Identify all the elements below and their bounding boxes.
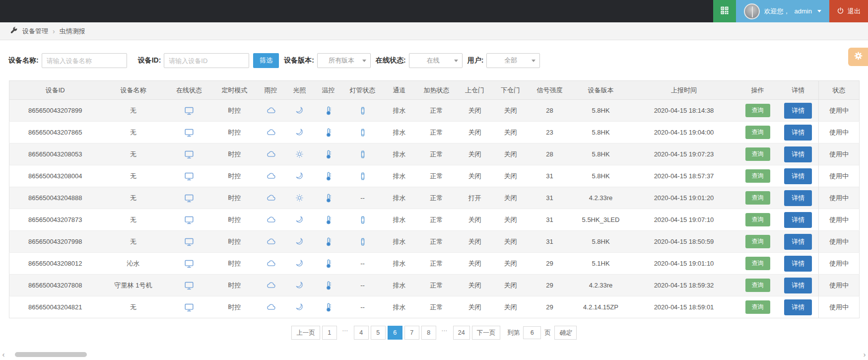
table-body: 865650043207899无时控排水正常关闭关闭285.8HK2020-04…: [9, 100, 860, 318]
detail-button[interactable]: 详情: [784, 212, 812, 228]
scrollbar-thumb[interactable]: [15, 352, 87, 357]
cell-heating-status: 正常: [416, 231, 457, 253]
col-upper-door: 上仓门: [457, 81, 493, 100]
detail-button[interactable]: 详情: [784, 103, 812, 119]
cell-device-name: 无: [101, 100, 166, 122]
query-button[interactable]: 查询: [745, 104, 770, 117]
cell-status: 使用中: [819, 275, 860, 296]
query-button[interactable]: 查询: [745, 191, 770, 205]
col-heating-status: 加热状态: [416, 81, 457, 100]
cell-rain-control: [257, 231, 285, 253]
col-status: 状态: [819, 81, 860, 100]
monitor-icon: [184, 237, 195, 245]
thermometer-icon: [323, 150, 334, 157]
chevron-left-icon[interactable]: ‹: [0, 350, 7, 359]
settings-fab[interactable]: [848, 48, 868, 66]
detail-button[interactable]: 详情: [784, 299, 812, 315]
cell-detail: 详情: [778, 231, 819, 253]
cell-detail: 详情: [778, 122, 819, 144]
query-button[interactable]: 查询: [745, 257, 770, 270]
online-status-select[interactable]: 在线: [409, 53, 463, 68]
cell-tube-status: [343, 231, 383, 253]
cell-rain-control: [257, 100, 285, 122]
page-button-active[interactable]: 6: [388, 326, 402, 340]
cell-rain-control: [257, 275, 285, 296]
query-button[interactable]: 查询: [745, 169, 770, 183]
cell-version: 5.8HK: [571, 122, 631, 144]
logout-button[interactable]: 退出: [829, 0, 868, 22]
detail-button[interactable]: 详情: [784, 146, 812, 162]
goto-page-input[interactable]: [523, 326, 541, 339]
cell-temp-control: [314, 187, 343, 209]
goto-suffix: 页: [544, 329, 551, 337]
detail-button[interactable]: 详情: [784, 256, 812, 272]
monitor-icon: [184, 194, 195, 201]
cell-operation: 查询: [737, 209, 778, 231]
cell-report-time: 2020-04-15 19:04:00: [631, 122, 737, 144]
detail-button[interactable]: 详情: [784, 278, 812, 293]
topbar-spacer: [0, 0, 713, 22]
chevron-right-icon[interactable]: ›: [861, 350, 868, 359]
query-button[interactable]: 查询: [745, 279, 770, 292]
query-button[interactable]: 查询: [745, 300, 770, 314]
cell-online-status: [166, 100, 213, 122]
cell-device-name: 无: [101, 209, 166, 231]
cell-operation: 查询: [737, 253, 778, 275]
cell-rain-control: [257, 187, 285, 209]
detail-button[interactable]: 详情: [784, 234, 812, 250]
device-id-input[interactable]: [164, 53, 249, 68]
query-button[interactable]: 查询: [745, 147, 770, 161]
detail-button[interactable]: 详情: [784, 190, 812, 206]
device-version-select[interactable]: 所有版本: [317, 53, 371, 68]
breadcrumb-item-device-management[interactable]: 设备管理: [22, 27, 48, 36]
breadcrumb: 设备管理 › 虫情测报: [0, 22, 868, 40]
pagination: 上一页 1…45678…24 下一页 到第 页 确定: [0, 326, 868, 340]
cell-lower-door: 关闭: [493, 144, 529, 165]
page-button[interactable]: 24: [453, 326, 470, 340]
filter-button[interactable]: 筛选: [253, 53, 279, 68]
page-button[interactable]: 5: [371, 326, 386, 340]
cell-device-name: 沁水: [101, 253, 166, 275]
cell-report-time: 2020-04-15 18:57:37: [631, 165, 737, 187]
cell-timer-mode: 时控: [213, 144, 257, 165]
cell-device-name: 守里林 1号机: [101, 275, 166, 296]
page-button[interactable]: 1: [322, 326, 337, 340]
lamp-tube-icon: [357, 216, 368, 223]
cell-rain-control: [257, 144, 285, 165]
lamp-tube-icon: [357, 237, 368, 245]
table-row: 865650043208053无时控排水正常关闭关闭285.8HK2020-04…: [9, 144, 860, 165]
cell-temp-control: [314, 209, 343, 231]
lamp-tube-icon: [357, 172, 368, 179]
user-menu[interactable]: 欢迎您， admin: [736, 0, 829, 22]
detail-button[interactable]: 详情: [784, 125, 812, 141]
cell-rain-control: [257, 253, 285, 275]
cell-detail: 详情: [778, 144, 819, 165]
query-button[interactable]: 查询: [745, 213, 770, 226]
logout-label: 退出: [848, 7, 861, 16]
qr-code-button[interactable]: [713, 0, 736, 22]
cell-version: 5.8HK: [571, 231, 631, 253]
next-page-button[interactable]: 下一页: [472, 326, 501, 340]
prev-page-button[interactable]: 上一页: [291, 326, 320, 340]
user-select[interactable]: 全部: [486, 53, 540, 68]
detail-button[interactable]: 详情: [784, 168, 812, 184]
moon-icon: [294, 259, 305, 267]
col-report-time: 上报时间: [631, 81, 737, 100]
page-button[interactable]: 7: [404, 326, 419, 340]
page-button[interactable]: 8: [421, 326, 436, 340]
query-button[interactable]: 查询: [745, 235, 770, 248]
cell-signal: 31: [529, 165, 571, 187]
device-name-input[interactable]: [42, 53, 127, 68]
confirm-page-button[interactable]: 确定: [554, 326, 577, 340]
page-button[interactable]: 4: [354, 326, 369, 340]
scrollbar-track[interactable]: [7, 352, 861, 358]
cell-device-id: 865650043207873: [9, 209, 101, 231]
cell-device-id: 865650043207865: [9, 122, 101, 144]
query-button[interactable]: 查询: [745, 126, 770, 139]
moon-icon: [294, 303, 305, 310]
cell-report-time: 2020-04-15 19:01:20: [631, 187, 737, 209]
cell-signal: 29: [529, 253, 571, 275]
caret-down-icon: [817, 10, 821, 12]
cell-device-name: 无: [101, 122, 166, 144]
col-online-status: 在线状态: [166, 81, 213, 100]
